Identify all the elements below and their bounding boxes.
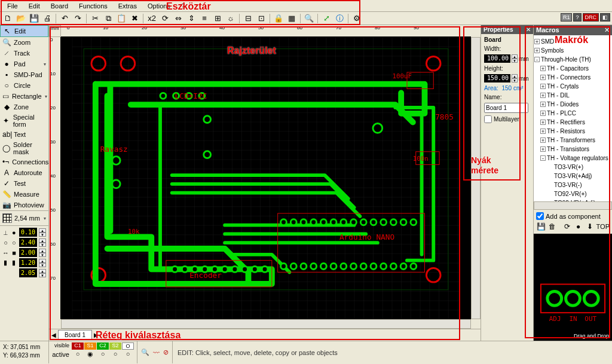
close-icon[interactable]: ✕ [604, 26, 610, 34]
layer-s1[interactable]: S1 [84, 342, 96, 350]
tree-item[interactable]: -Through-Hole (TH) [534, 55, 611, 64]
expand-icon[interactable]: + [540, 137, 546, 143]
delete-icon[interactable]: ✖ [128, 13, 140, 24]
tree-item[interactable]: +TH - Rectifiers [534, 118, 611, 127]
layer-icon[interactable]: 🔒 [273, 13, 284, 24]
expand-icon[interactable]: + [540, 129, 546, 134]
tree-item[interactable]: +TH - Crytals [534, 82, 611, 91]
expand-icon[interactable]: - [540, 155, 546, 161]
tree-item[interactable]: TO92-VR(+) [534, 189, 611, 198]
chevron-down-icon[interactable]: ▾ [44, 216, 46, 221]
tree-item[interactable]: +Symbols [534, 46, 611, 55]
print-icon[interactable]: 🖨 [41, 13, 53, 24]
tree-item[interactable]: +TH - Capacitors [534, 64, 611, 73]
mirror-v-icon[interactable]: ⇕ [185, 13, 197, 24]
tool-edit[interactable]: ↖Edit [0, 25, 48, 37]
expand-icon[interactable]: + [534, 48, 540, 53]
expand-icon[interactable]: + [540, 75, 546, 80]
undo-icon[interactable]: ↶ [59, 13, 71, 24]
status-panel-icon[interactable]: ◧ [600, 13, 610, 22]
drc-icon[interactable]: ⊘ [163, 348, 169, 356]
scan-icon[interactable]: ▦ [286, 13, 298, 24]
down-icon[interactable]: ▼ [39, 263, 46, 267]
expand-icon[interactable]: + [540, 66, 546, 71]
tree-item[interactable]: +TH - Transformers [534, 136, 611, 145]
up-icon[interactable]: ▲ [39, 238, 46, 243]
tree-item[interactable]: +SMD [534, 37, 611, 46]
expand-icon[interactable]: + [540, 102, 546, 107]
tool-special-form[interactable]: ✦Special form [0, 112, 48, 129]
width-value[interactable]: 100.00 [484, 54, 510, 63]
menu-file[interactable]: File [2, 1, 23, 11]
spin-val-2[interactable]: 2.00 [19, 248, 37, 257]
tree-item[interactable]: +TH - DIL [534, 91, 611, 100]
zoom-in-icon[interactable]: 🔍 [141, 348, 149, 356]
scrollbar-horizontal[interactable] [61, 319, 471, 329]
up-icon[interactable]: ▲ [39, 249, 46, 253]
macro-scroll[interactable] [534, 201, 612, 210]
layer-s2[interactable]: S2 [109, 342, 121, 350]
ungroup-icon[interactable]: ⊡ [255, 13, 267, 24]
pcb-canvas[interactable]: LCD+I2C Ravasz Arduino NANO Encoder 100u… [61, 37, 471, 319]
tool-autoroute[interactable]: AAutoroute [0, 167, 48, 178]
rotate-macro-icon[interactable]: ⟳ [562, 222, 572, 231]
expand-icon[interactable]: - [534, 57, 540, 62]
down-icon[interactable]: ▼ [512, 78, 518, 82]
layer-c2[interactable]: C2 [97, 342, 109, 350]
paste-icon[interactable]: 📋 [115, 13, 127, 24]
status-help-icon[interactable]: ? [573, 13, 581, 22]
save-macro-icon[interactable]: 💾 [536, 222, 546, 231]
status-r1[interactable]: R1 [561, 13, 573, 22]
down-icon[interactable]: ▼ [512, 59, 518, 63]
menu-functions[interactable]: Functions [74, 1, 112, 11]
tree-item[interactable]: TO3-VR(+Adj) [534, 172, 611, 181]
board-name-input[interactable] [484, 103, 528, 113]
layer-s1-radio[interactable]: ◉ [84, 350, 96, 359]
snap-icon[interactable]: ⊞ [212, 13, 224, 24]
multilayer-checkbox[interactable] [484, 115, 492, 123]
up-icon[interactable]: ▲ [512, 74, 518, 78]
grid-size[interactable]: 2,54 mm ▾ [0, 210, 48, 225]
expand-icon[interactable]: + [540, 146, 546, 152]
delete-macro-icon[interactable]: 🗑 [547, 222, 557, 231]
layer-o-radio[interactable]: ○ [122, 350, 134, 359]
up-icon[interactable]: ▲ [39, 259, 46, 263]
save-icon[interactable]: 💾 [28, 13, 40, 24]
copy-icon[interactable]: ⧉ [102, 13, 114, 24]
redo-icon[interactable]: ↷ [72, 13, 84, 24]
tool-test[interactable]: ✓Test [0, 178, 48, 189]
board-tab[interactable]: Board 1 [58, 330, 92, 340]
spin-val-3[interactable]: 1.20 [19, 258, 37, 267]
origin-icon[interactable]: ☼ [225, 13, 237, 24]
tool-zone[interactable]: ◆Zone [0, 102, 48, 112]
macro-tree[interactable]: +SMD+Symbols-Through-Hole (TH)+TH - Capa… [534, 35, 612, 201]
rotate-icon[interactable]: ⟳ [159, 13, 171, 24]
info-icon[interactable]: ⓘ [333, 13, 345, 24]
expand-icon[interactable]: + [540, 111, 546, 116]
expand-icon[interactable]: + [540, 84, 546, 89]
up-icon[interactable]: ▲ [39, 269, 46, 273]
spin-val-1[interactable]: 2.40 [19, 238, 37, 247]
group-icon[interactable]: ⊟ [242, 13, 254, 24]
tree-item[interactable]: TO3-VR(-) [534, 181, 611, 189]
cut-icon[interactable]: ✂ [89, 13, 101, 24]
up-icon[interactable]: ▲ [39, 228, 46, 233]
layer-c1[interactable]: C1 [72, 342, 84, 350]
tool-zoom[interactable]: 🔍Zoom [0, 37, 48, 48]
scrollbar-vertical[interactable] [471, 37, 481, 319]
down-icon[interactable]: ▼ [39, 243, 46, 247]
tool-circle[interactable]: ○Circle [0, 80, 48, 91]
crop-icon[interactable]: ⤢ [320, 13, 332, 24]
status-drc[interactable]: DRC [583, 13, 599, 22]
expand-icon[interactable]: + [540, 120, 546, 125]
side-macro-icon[interactable]: ⬇ [585, 222, 595, 231]
tool-track[interactable]: ⟋Track [0, 48, 48, 59]
flip-macro-icon[interactable]: ● [574, 222, 583, 231]
tool-measure[interactable]: 📏Measure [0, 189, 48, 200]
layer-c1-radio[interactable]: ○ [72, 350, 84, 359]
chevron-down-icon[interactable]: ▾ [44, 62, 46, 67]
align-icon[interactable]: ≡ [198, 13, 210, 24]
up-icon[interactable]: ▲ [512, 54, 518, 59]
height-value[interactable]: 150.00 [484, 74, 510, 82]
tool-rectangle[interactable]: ▭Rectangle▾ [0, 91, 48, 102]
